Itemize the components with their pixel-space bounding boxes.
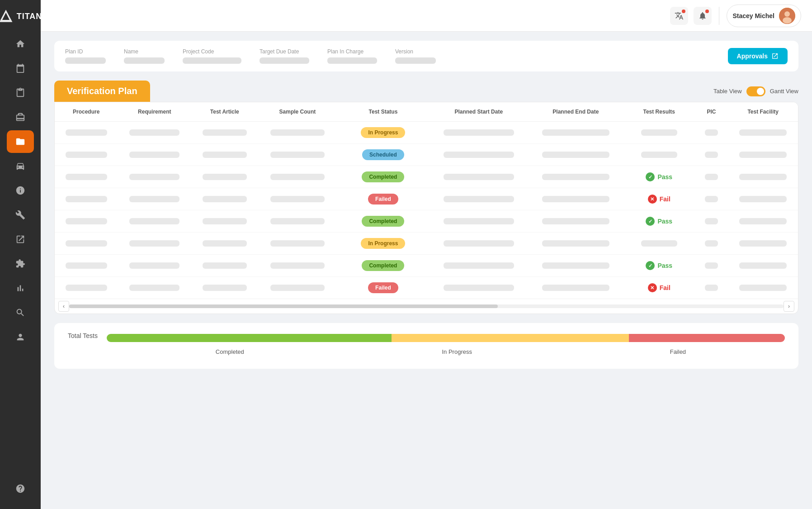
sidebar-item-user[interactable]	[7, 326, 34, 348]
table-row: Completed✓Pass	[55, 210, 798, 233]
plan-id-label: Plan ID	[65, 48, 106, 55]
sidebar-item-help[interactable]	[7, 477, 34, 500]
sidebar: TITAN	[0, 0, 41, 509]
plan-version-label: Version	[395, 48, 436, 55]
scroll-left-btn[interactable]: ‹	[58, 301, 69, 312]
cell-test-result: ✕Fail	[623, 188, 695, 210]
cell-test-status: In Progress	[337, 233, 429, 255]
app-logo: TITAN	[0, 5, 42, 31]
sidebar-item-puzzle[interactable]	[7, 252, 34, 275]
plan-info-bar: Plan ID Name Project Code Target Due Dat…	[54, 41, 798, 71]
cell-test-result	[623, 233, 695, 255]
section-header: Verification Plan Table View Gantt View	[54, 81, 798, 102]
verification-plan-section: Verification Plan Table View Gantt View …	[54, 81, 798, 314]
cell-test-result: ✓Pass	[623, 166, 695, 188]
bell-notification	[705, 10, 709, 13]
table-row: In Progress	[55, 122, 798, 144]
user-avatar	[779, 8, 795, 24]
plan-name-value	[124, 57, 165, 64]
sidebar-item-clipboard[interactable]	[7, 81, 34, 104]
col-planned-end: Planned End Date	[528, 102, 623, 122]
sidebar-item-tools[interactable]	[7, 204, 34, 226]
sidebar-item-info[interactable]	[7, 179, 34, 202]
sidebar-item-search[interactable]	[7, 301, 34, 324]
col-requirement: Requirement	[118, 102, 191, 122]
cell-test-status: Failed	[337, 188, 429, 210]
app-name: TITAN	[17, 12, 42, 21]
sidebar-item-external[interactable]	[7, 228, 34, 251]
sidebar-item-vehicle[interactable]	[7, 155, 34, 177]
total-tests-label: Total Tests	[68, 332, 98, 339]
legend-inprogress: In Progress	[442, 348, 472, 355]
svg-point-3	[784, 11, 790, 17]
table-view-label: Table View	[713, 88, 742, 95]
cell-test-result	[623, 122, 695, 144]
table-row: Scheduled	[55, 144, 798, 166]
col-planned-start: Planned Start Date	[429, 102, 528, 122]
translate-notification	[682, 10, 685, 13]
legend-completed: Completed	[216, 348, 244, 355]
svg-point-4	[783, 17, 792, 24]
cell-test-status: Failed	[337, 277, 429, 299]
cell-test-result: ✓Pass	[623, 210, 695, 233]
section-title: Verification Plan	[54, 81, 150, 102]
progress-failed	[629, 334, 785, 342]
cell-test-status: Scheduled	[337, 144, 429, 166]
sidebar-item-calendar[interactable]	[7, 57, 34, 80]
plan-project-code-field: Project Code	[183, 48, 241, 64]
table-row: Failed✕Fail	[55, 277, 798, 299]
cell-test-status: Completed	[337, 210, 429, 233]
table-scroll[interactable]: Procedure Requirement Test Article Sampl…	[55, 102, 798, 299]
progress-inprogress	[392, 334, 629, 342]
table-header-row: Procedure Requirement Test Article Sampl…	[55, 102, 798, 122]
table-row: In Progress	[55, 233, 798, 255]
col-test-facility: Test Facility	[728, 102, 798, 122]
cell-test-result: ✓Pass	[623, 255, 695, 277]
view-toggle: Table View Gantt View	[713, 86, 798, 96]
col-procedure: Procedure	[55, 102, 118, 122]
plan-id-field: Plan ID	[65, 48, 106, 64]
cell-test-result	[623, 144, 695, 166]
cell-test-status: In Progress	[337, 122, 429, 144]
plan-name-field: Name	[124, 48, 165, 64]
sidebar-item-home[interactable]	[7, 33, 34, 55]
cell-test-status: Completed	[337, 255, 429, 277]
sidebar-item-chart[interactable]	[7, 277, 34, 300]
col-test-status: Test Status	[337, 102, 429, 122]
translate-icon-btn[interactable]	[670, 7, 688, 25]
gantt-view-label: Gantt View	[770, 88, 798, 95]
table-row: Failed✕Fail	[55, 188, 798, 210]
header-icons	[670, 7, 712, 25]
total-tests-section: Total Tests Completed In Progress Failed	[54, 323, 798, 369]
plan-in-charge-value	[327, 57, 377, 64]
plan-name-label: Name	[124, 48, 165, 55]
scroll-thumb	[69, 304, 498, 308]
plan-version-field: Version	[395, 48, 436, 64]
notification-icon-btn[interactable]	[694, 7, 712, 25]
header-divider	[719, 7, 719, 25]
plan-id-value	[65, 57, 106, 64]
plan-in-charge-field: Plan In Charge	[327, 48, 377, 64]
plan-project-code-value	[183, 57, 241, 64]
user-profile[interactable]: Stacey Michel	[727, 5, 801, 27]
scroll-track[interactable]	[69, 304, 784, 308]
col-test-results: Test Results	[623, 102, 695, 122]
progress-legend: Completed In Progress Failed	[117, 348, 785, 355]
content-area: Plan ID Name Project Code Target Due Dat…	[41, 32, 812, 509]
view-toggle-switch[interactable]	[746, 86, 765, 96]
col-test-article: Test Article	[191, 102, 258, 122]
plan-due-date-field: Target Due Date	[260, 48, 309, 64]
legend-failed: Failed	[670, 348, 686, 355]
plan-project-code-label: Project Code	[183, 48, 241, 55]
approvals-label: Approvals	[737, 52, 768, 60]
plan-due-date-value	[260, 57, 309, 64]
table-row: Completed✓Pass	[55, 255, 798, 277]
col-sample-count: Sample Count	[258, 102, 337, 122]
scroll-right-btn[interactable]: ›	[784, 301, 794, 312]
sidebar-item-folder[interactable]	[7, 130, 34, 153]
plan-due-date-label: Target Due Date	[260, 48, 309, 55]
approvals-button[interactable]: Approvals	[728, 48, 788, 64]
sidebar-item-briefcase[interactable]	[7, 106, 34, 128]
col-pic: PIC	[695, 102, 728, 122]
cell-test-status: Completed	[337, 166, 429, 188]
